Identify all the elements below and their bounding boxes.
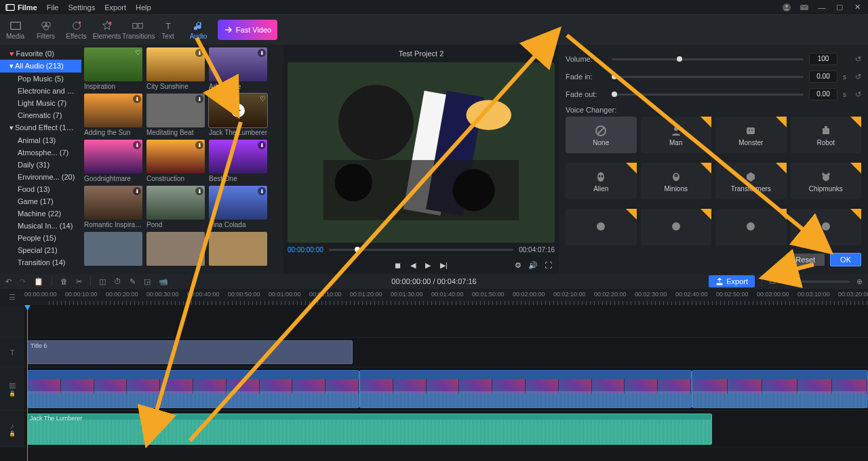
track-header-title[interactable]: T <box>0 338 24 367</box>
tree-env[interactable]: Environme... (20) <box>0 171 81 183</box>
tree-sfx[interactable]: ▾Sound Effect (190) <box>0 121 81 134</box>
timeline-ruler[interactable]: 00:00:00:0000:00:10:0000:00:20:0000:00:3… <box>24 289 868 305</box>
tab-effects[interactable]: Effects <box>61 20 92 40</box>
delete-button[interactable]: 🗑 <box>60 277 68 285</box>
volume-slider[interactable] <box>612 58 804 60</box>
voice-monster[interactable]: Monster <box>715 117 787 153</box>
scrub-bar[interactable] <box>329 249 513 251</box>
clip-meditating[interactable]: ⬇Meditating Beat <box>146 94 205 137</box>
menu-export[interactable]: Export <box>104 3 126 12</box>
zoom-in[interactable]: ⊕ <box>856 277 863 286</box>
tree-atmos[interactable]: Atmosphe... (7) <box>0 146 81 159</box>
fadein-reset[interactable]: ↺ <box>855 73 861 81</box>
tree-musical[interactable]: Musical In... (14) <box>0 220 81 232</box>
fadein-value[interactable]: 0.00 <box>809 71 837 83</box>
video-clip-3[interactable]: 0118Filme3.0 Video Editor <box>692 370 868 408</box>
voice-none[interactable]: None <box>566 117 637 153</box>
tab-elements[interactable]: Elements <box>92 20 122 40</box>
clip-romantic[interactable]: ⬇Romantic Inspiration <box>84 186 142 229</box>
voice-extra[interactable] <box>566 209 637 245</box>
play-button[interactable]: ▶ <box>425 261 431 270</box>
clip-extra3[interactable] <box>209 232 267 266</box>
voice-extra[interactable] <box>715 209 787 245</box>
tree-game[interactable]: Game (17) <box>0 195 81 207</box>
clip-extra2[interactable] <box>146 232 205 266</box>
fadeout-reset[interactable]: ↺ <box>855 90 861 99</box>
reset-button[interactable]: Reset <box>786 254 825 266</box>
next-frame[interactable]: ▶| <box>440 261 448 270</box>
split-button[interactable]: ✂ <box>76 277 82 286</box>
clip-construction[interactable]: ⬇Construction <box>146 140 205 183</box>
stop-button[interactable]: ◼ <box>395 261 401 270</box>
voice-robot[interactable]: Robot <box>791 117 862 153</box>
tree-electronic[interactable]: Electronic and ... (7) <box>0 85 81 97</box>
menu-file[interactable]: File <box>47 3 59 12</box>
tree-all-audio[interactable]: ▾All Audio (213) <box>0 60 81 73</box>
audio-icon[interactable] <box>545 49 555 60</box>
fadeout-slider[interactable] <box>612 94 804 96</box>
tree-transition[interactable]: Transition (14) <box>0 256 81 268</box>
tab-filters[interactable]: Filters <box>31 20 61 40</box>
undo-button[interactable]: ↶ <box>5 277 12 286</box>
audio-clip[interactable]: Jack The Lumberer <box>27 414 712 445</box>
volume-value[interactable]: 100 <box>809 53 837 65</box>
tree-light[interactable]: Light Music (7) <box>0 97 81 109</box>
window-minimize[interactable]: — <box>816 2 827 13</box>
track-header-video[interactable]: ▥🔒 <box>0 367 24 410</box>
account-icon[interactable] <box>781 2 792 13</box>
clip-pina[interactable]: ⬇Pina Colada <box>209 186 267 229</box>
tree-special[interactable]: Special (21) <box>0 244 81 256</box>
copy-button[interactable]: 📋 <box>34 277 43 286</box>
video-clip-1[interactable]: 0118Filme3.0 Video Editor <box>27 370 359 408</box>
voice-man[interactable]: Man <box>641 117 712 153</box>
tab-text[interactable]: TText <box>153 20 183 40</box>
menu-settings[interactable]: Settings <box>68 3 95 12</box>
mail-icon[interactable] <box>799 2 810 13</box>
video-viewport[interactable] <box>288 62 555 243</box>
add-clip-button[interactable]: + <box>231 104 245 117</box>
title-clip[interactable]: Title 6 <box>27 340 353 364</box>
tab-audio[interactable]: Audio <box>183 20 214 40</box>
clip-adventime[interactable]: ⬇Adventime <box>209 47 267 91</box>
window-maximize[interactable]: ▢ <box>834 2 845 13</box>
voice-minions[interactable]: Minions <box>641 163 712 199</box>
menu-help[interactable]: Help <box>136 3 151 12</box>
tree-people[interactable]: People (15) <box>0 232 81 244</box>
tab-transitions[interactable]: Transitions <box>122 20 153 40</box>
tree-cinematic[interactable]: Cinematic (7) <box>0 109 81 121</box>
pip-button[interactable]: ◲ <box>144 277 151 286</box>
redo-button[interactable]: ↷ <box>20 277 26 286</box>
fullscreen-icon[interactable]: ⛶ <box>545 261 552 270</box>
clip-best-one[interactable]: ⬇Best One <box>209 140 267 183</box>
zoom-slider[interactable] <box>795 281 850 283</box>
tree-pop[interactable]: Pop Music (5) <box>0 73 81 85</box>
clip-adding-sun[interactable]: ⬇Adding the Sun <box>84 94 142 137</box>
playhead[interactable] <box>27 305 28 461</box>
fadeout-value[interactable]: 0.00 <box>809 88 837 100</box>
record-button[interactable]: 📹 <box>159 277 168 286</box>
clip-pond[interactable]: ⬇Pond <box>146 186 205 229</box>
clip-jack-lumberer[interactable]: ♡+Jack The Lumberer <box>209 94 267 137</box>
tree-favorite[interactable]: ♥ Favorite (0) <box>0 47 81 60</box>
tree-food[interactable]: Food (13) <box>0 183 81 195</box>
tab-media[interactable]: Media <box>0 20 31 40</box>
zoom-out[interactable]: ⊖ <box>783 277 789 286</box>
clip-extra1[interactable] <box>84 232 142 266</box>
settings-icon[interactable]: ⚙ <box>515 261 521 270</box>
export-button[interactable]: Export <box>709 275 755 287</box>
clip-city-sunshine[interactable]: ⬇City Sunshine <box>146 47 205 91</box>
video-clip-2[interactable]: 0118Filme3.0 Video Editor <box>359 370 692 408</box>
volume-icon[interactable]: 🔊 <box>528 261 538 270</box>
crop-button[interactable]: ◫ <box>99 277 106 286</box>
tree-animal[interactable]: Animal (13) <box>0 134 81 146</box>
ok-button[interactable]: OK <box>830 253 861 266</box>
fadein-slider[interactable] <box>612 76 804 78</box>
voice-extra[interactable] <box>791 209 862 245</box>
track-header-audio[interactable]: ♪🔒 <box>0 411 24 447</box>
tree-daily[interactable]: Daily (31) <box>0 159 81 171</box>
timeline-menu[interactable]: ☰ <box>0 289 24 305</box>
window-close[interactable]: ✕ <box>852 2 863 13</box>
voice-transformers[interactable]: Transformers <box>715 163 787 199</box>
marker-button[interactable]: ▭ <box>769 277 776 286</box>
voice-chipmunks[interactable]: Chipmunks <box>791 163 862 199</box>
